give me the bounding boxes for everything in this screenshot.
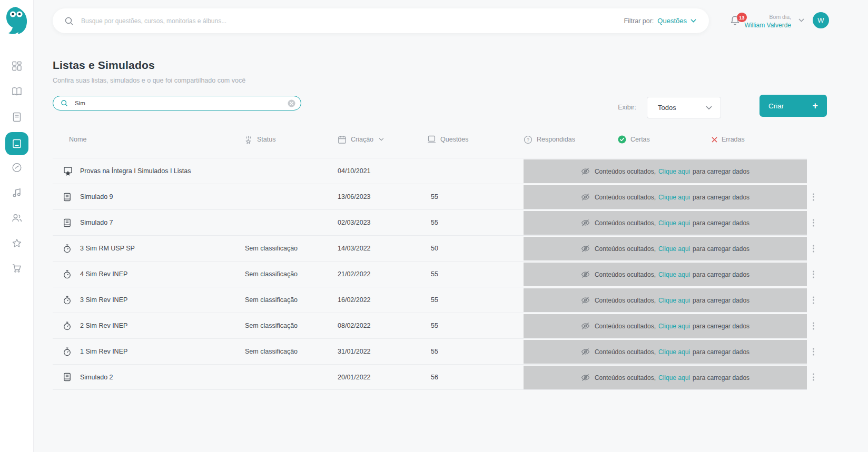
row-date: 31/01/2022 [338, 339, 371, 364]
row-name: Simulado 7 [80, 210, 113, 235]
hidden-content-overlay: Conteúdos ocultados, Clique aqui para ca… [524, 340, 807, 364]
column-header-criacao[interactable]: Criação [338, 135, 384, 144]
timer-icon [63, 287, 71, 313]
timer-icon [63, 339, 71, 364]
hidden-content-overlay: Conteúdos ocultados, Clique aqui para ca… [524, 366, 807, 389]
sidebar-item-performance[interactable] [12, 163, 22, 173]
timer-icon [63, 262, 71, 287]
row-status: Sem classificação [245, 287, 298, 313]
table-row[interactable]: Simulado 7 02/03/2023 55 Conteúdos ocult… [53, 209, 807, 235]
sidebar-item-store[interactable] [12, 264, 22, 273]
load-data-link[interactable]: Clique aqui [658, 323, 690, 330]
notification-count-badge: 13 [737, 13, 747, 22]
show-select[interactable]: Todos [647, 97, 721, 118]
global-search-input[interactable] [81, 17, 624, 25]
row-questions: 55 [417, 313, 438, 338]
show-select-value: Todos [658, 104, 676, 112]
sidebar-item-audio[interactable] [12, 188, 21, 197]
lists-book-icon [12, 139, 22, 148]
monitor-star-icon [63, 158, 73, 184]
table-row[interactable]: Provas na Íntegra I Simulados I Listas 0… [53, 158, 807, 184]
table-row[interactable]: Simulado 9 13/06/2023 55 Conteúdos ocult… [53, 184, 807, 209]
load-data-link[interactable]: Clique aqui [658, 297, 690, 304]
favorites-star-icon [12, 238, 22, 248]
plus-icon: + [812, 101, 818, 111]
row-name: 4 Sim Rev INEP [80, 262, 127, 287]
notebook-icon [13, 112, 21, 122]
sidebar-item-favorites[interactable] [12, 238, 22, 248]
owl-logo-icon[interactable] [5, 6, 28, 35]
ranking-star-icon [244, 135, 253, 144]
greeting-text: Bom dia, [745, 14, 791, 20]
row-date: 16/02/2022 [338, 287, 371, 313]
column-header-certas: Certas [618, 135, 650, 144]
table-row[interactable]: 3 Sim RM USP SP Sem classificação 14/03/… [53, 235, 807, 261]
row-menu-button[interactable] [810, 190, 817, 204]
community-icon [12, 213, 22, 223]
row-menu-button[interactable] [810, 345, 817, 359]
load-data-link[interactable]: Clique aqui [658, 219, 690, 227]
table-row[interactable]: 1 Sim Rev INEP Sem classificação 31/01/2… [53, 338, 807, 364]
eye-slash-icon [581, 193, 590, 201]
load-data-link[interactable]: Clique aqui [658, 374, 690, 381]
sidebar-item-dashboard[interactable] [12, 61, 22, 71]
create-button[interactable]: Criar + [760, 95, 827, 117]
table-row[interactable]: Simulado 2 20/01/2022 56 Conteúdos ocult… [53, 364, 807, 390]
list-search-input[interactable] [75, 100, 288, 106]
load-data-link[interactable]: Clique aqui [658, 168, 690, 175]
eye-slash-icon [581, 245, 590, 253]
avatar[interactable]: W [813, 12, 829, 28]
row-menu-button[interactable] [810, 267, 817, 282]
row-name: 2 Sim Rev INEP [80, 313, 127, 338]
row-questions: 55 [417, 210, 438, 235]
row-menu-button[interactable] [810, 319, 817, 333]
sidebar-item-listas-simulados[interactable] [5, 132, 28, 155]
load-data-link[interactable]: Clique aqui [658, 271, 690, 278]
row-questions: 55 [417, 184, 438, 209]
row-questions: 55 [417, 287, 438, 313]
user-menu-chevron-icon[interactable] [798, 18, 804, 22]
sidebar-item-notes[interactable] [13, 112, 21, 122]
load-data-link[interactable]: Clique aqui [658, 348, 690, 356]
hidden-content-overlay: Conteúdos ocultados, Clique aqui para ca… [524, 211, 807, 235]
row-menu-button[interactable] [810, 242, 817, 256]
row-date: 14/03/2022 [338, 236, 371, 261]
column-header-respondidas: ? Respondidas [524, 135, 575, 144]
timer-icon [63, 236, 71, 261]
book-icon [63, 365, 71, 389]
music-note-icon [12, 188, 21, 197]
row-menu-button[interactable] [810, 370, 817, 384]
table-row[interactable]: 3 Sim Rev INEP Sem classificação 16/02/2… [53, 287, 807, 313]
row-name: 3 Sim RM USP SP [80, 236, 135, 261]
row-date: 04/10/2021 [338, 158, 371, 184]
hidden-content-overlay: Conteúdos ocultados, Clique aqui para ca… [524, 159, 807, 183]
page-subtitle: Confira suas listas, simulados e o que f… [53, 77, 245, 84]
questions-book-icon [427, 135, 436, 144]
open-book-icon [12, 87, 22, 96]
sidebar-item-courses[interactable] [12, 87, 22, 96]
svg-text:?: ? [527, 137, 529, 142]
row-questions: 56 [417, 365, 438, 389]
table-row[interactable]: 4 Sim Rev INEP Sem classificação 21/02/2… [53, 261, 807, 287]
row-menu-button[interactable] [810, 293, 817, 307]
sidebar-item-community[interactable] [12, 213, 22, 223]
user-name[interactable]: William Valverde [745, 22, 791, 29]
filter-dropdown[interactable]: Filtrar por: Questões [624, 17, 696, 25]
row-date: 21/02/2022 [338, 262, 371, 287]
calendar-icon [338, 135, 347, 144]
clear-search-icon[interactable] [288, 99, 295, 107]
eye-slash-icon [581, 322, 590, 330]
row-name: 3 Sim Rev INEP [80, 287, 127, 313]
row-date: 08/02/2022 [338, 313, 371, 338]
table-row[interactable]: 2 Sim Rev INEP Sem classificação 08/02/2… [53, 313, 807, 338]
row-menu-button[interactable] [810, 216, 817, 230]
load-data-link[interactable]: Clique aqui [658, 245, 690, 253]
search-icon [61, 99, 68, 107]
show-label: Exibir: [585, 104, 636, 111]
create-button-label: Criar [768, 102, 784, 110]
row-date: 20/01/2022 [338, 365, 371, 389]
row-questions: 55 [417, 339, 438, 364]
eye-slash-icon [581, 348, 590, 356]
row-questions [417, 158, 438, 184]
load-data-link[interactable]: Clique aqui [658, 194, 690, 201]
